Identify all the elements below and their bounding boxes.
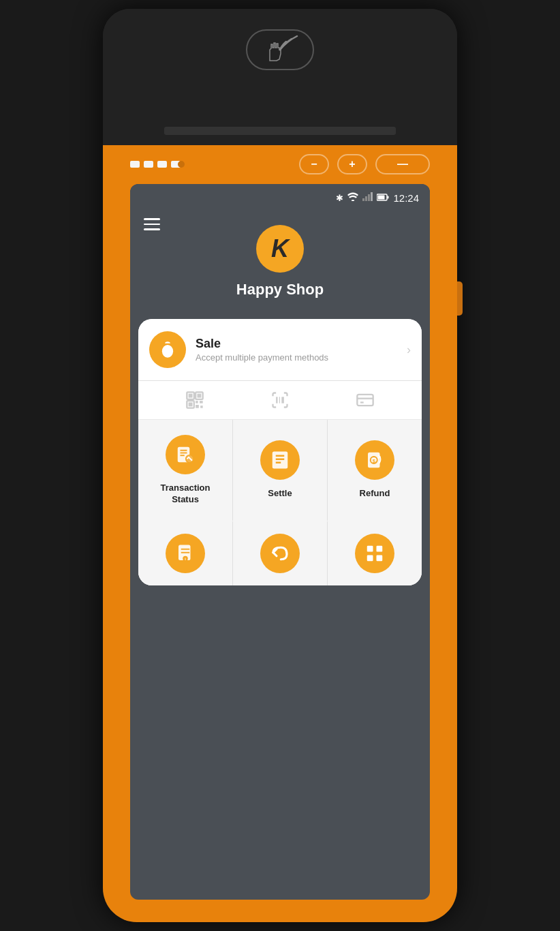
signal-bar-3 xyxy=(157,161,167,168)
credit-card-icon xyxy=(356,391,375,410)
sale-icon-circle: $ xyxy=(149,331,186,368)
sale-title: Sale xyxy=(196,337,407,351)
main-content-card: $ Sale Accept multiple payment methods › xyxy=(138,319,422,585)
bottom-icon-circle-3 xyxy=(355,534,394,573)
menu-line-1 xyxy=(144,218,160,220)
status-time: 12:24 xyxy=(393,192,419,204)
refund-icon-circle: $ xyxy=(355,440,394,480)
svg-rect-5 xyxy=(388,196,389,198)
svg-rect-44 xyxy=(377,546,383,552)
grid-item-refund[interactable]: $ Refund xyxy=(328,420,422,521)
shop-name: Happy Shop xyxy=(236,281,324,299)
refund-icon: $ xyxy=(364,450,385,470)
grid-apps-icon xyxy=(364,543,385,564)
signal-indicators xyxy=(130,161,181,168)
sale-row[interactable]: $ Sale Accept multiple payment methods › xyxy=(138,319,422,381)
status-bar: ✱ xyxy=(130,184,430,211)
plus-button[interactable]: + xyxy=(337,154,367,174)
qr-code-icon xyxy=(185,391,204,410)
menu-line-3 xyxy=(144,228,160,230)
signal-icon xyxy=(362,192,373,203)
signal-bar-2 xyxy=(144,161,153,168)
svg-rect-45 xyxy=(367,555,373,561)
wifi-icon xyxy=(347,192,358,203)
grid-menu: TransactionStatus Settle xyxy=(138,420,422,521)
bottom-icon-circle-2 xyxy=(260,534,300,573)
bottom-item-1[interactable]: i xyxy=(138,521,232,585)
svg-rect-43 xyxy=(367,546,373,552)
signal-bar-1 xyxy=(130,161,140,168)
hardware-button-bar: − + — xyxy=(103,145,457,183)
settle-icon xyxy=(270,450,290,470)
sale-text-area: Sale Accept multiple payment methods xyxy=(196,337,407,363)
status-icons: ✱ xyxy=(336,192,419,204)
card-slot xyxy=(164,127,396,135)
side-button[interactable] xyxy=(457,281,463,316)
app-logo: K xyxy=(256,225,304,273)
barcode-scan-icon xyxy=(270,391,290,410)
bottom-item-2[interactable] xyxy=(233,521,327,585)
svg-rect-2 xyxy=(368,194,370,201)
sale-chevron-icon: › xyxy=(407,343,411,357)
svg-rect-21 xyxy=(281,397,284,403)
svg-rect-12 xyxy=(197,394,201,398)
dash-button[interactable]: — xyxy=(375,154,430,174)
device-screen: ✱ xyxy=(130,184,430,900)
bluetooth-icon: ✱ xyxy=(336,193,343,203)
logo-letter: K xyxy=(271,234,289,263)
refund-label: Refund xyxy=(360,488,390,500)
svg-rect-17 xyxy=(196,405,199,408)
svg-rect-14 xyxy=(188,403,192,407)
minus-button[interactable]: − xyxy=(299,154,329,174)
payment-methods-row xyxy=(138,381,422,420)
battery-icon xyxy=(377,193,389,203)
bottom-partial-row: i xyxy=(138,521,422,585)
money-bag-icon: $ xyxy=(158,340,177,359)
svg-rect-10 xyxy=(188,394,192,398)
receipt-icon: i xyxy=(175,543,196,564)
undo-icon xyxy=(270,543,290,564)
svg-rect-6 xyxy=(378,195,385,199)
bottom-icon-circle-1: i xyxy=(166,534,205,573)
svg-rect-1 xyxy=(365,196,367,201)
svg-rect-15 xyxy=(196,401,198,403)
grid-item-transaction-status[interactable]: TransactionStatus xyxy=(138,420,232,521)
device-top-hardware xyxy=(103,9,457,145)
svg-rect-46 xyxy=(377,555,383,561)
svg-rect-3 xyxy=(371,192,373,201)
sale-subtitle: Accept multiple payment methods xyxy=(196,352,407,363)
settle-label: Settle xyxy=(268,488,292,500)
app-header: K Happy Shop xyxy=(130,211,430,319)
svg-rect-22 xyxy=(358,395,373,406)
svg-rect-16 xyxy=(200,401,203,403)
bottom-item-3[interactable] xyxy=(328,521,422,585)
menu-line-2 xyxy=(144,224,160,226)
svg-rect-20 xyxy=(279,397,280,403)
svg-rect-19 xyxy=(276,397,277,403)
settle-icon-circle xyxy=(260,440,300,480)
camera-dot xyxy=(178,161,185,168)
svg-rect-0 xyxy=(362,198,364,201)
nfc-logo xyxy=(246,29,314,70)
transaction-status-icon-circle xyxy=(166,435,205,474)
svg-rect-18 xyxy=(200,406,203,408)
device-body: − + — ✱ xyxy=(103,145,457,922)
transaction-status-label: TransactionStatus xyxy=(161,483,211,506)
payment-terminal: − + — ✱ xyxy=(103,9,457,922)
grid-item-settle[interactable]: Settle xyxy=(233,420,327,521)
transaction-status-icon xyxy=(175,444,196,465)
hamburger-menu-button[interactable] xyxy=(144,218,160,230)
svg-text:$: $ xyxy=(166,348,170,355)
